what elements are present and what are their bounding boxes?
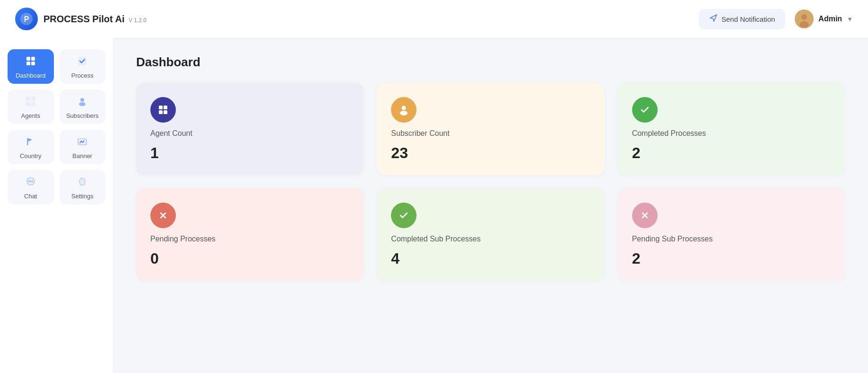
sidebar-item-process[interactable]: Process <box>60 49 106 84</box>
app-name: PROCESS Pilot Ai <box>43 14 125 24</box>
card-subscriber-count: Subscriber Count 23 <box>377 83 604 175</box>
svg-rect-26 <box>164 110 167 114</box>
agent-count-value: 1 <box>150 144 349 162</box>
header: P PROCESS Pilot Ai V 1.2.0 Send Notifica… <box>0 0 868 38</box>
completed-sub-processes-label: Completed Sub Processes <box>391 235 590 243</box>
banner-icon <box>77 136 87 150</box>
sidebar-item-dashboard[interactable]: Dashboard <box>8 49 54 84</box>
chevron-down-icon: ▼ <box>847 16 853 23</box>
card-agent-count: Agent Count 1 <box>136 83 364 175</box>
svg-point-21 <box>32 181 33 182</box>
pending-sub-processes-icon <box>632 203 658 228</box>
sidebar-item-country[interactable]: Country <box>8 130 54 164</box>
agent-count-icon <box>150 97 176 123</box>
svg-point-15 <box>79 102 86 106</box>
sidebar-item-settings[interactable]: Settings <box>60 170 106 204</box>
pending-sub-processes-label: Pending Sub Processes <box>632 235 831 243</box>
completed-processes-value: 2 <box>632 144 831 162</box>
svg-rect-7 <box>26 62 30 65</box>
sidebar-item-banner[interactable]: Banner <box>60 130 106 164</box>
pending-processes-value: 0 <box>150 250 349 267</box>
admin-name: Admin <box>818 15 842 23</box>
pending-sub-processes-value: 2 <box>632 250 831 267</box>
agents-icon <box>26 96 36 109</box>
logo-area: P PROCESS Pilot Ai V 1.2.0 <box>15 8 147 30</box>
card-pending-processes: Pending Processes 0 <box>136 188 364 281</box>
dashboard-icon <box>26 56 36 69</box>
sidebar-label-settings: Settings <box>71 193 94 200</box>
svg-point-3 <box>801 14 807 20</box>
completed-sub-processes-icon <box>391 203 417 228</box>
svg-rect-12 <box>26 102 30 106</box>
svg-rect-9 <box>78 57 87 65</box>
card-pending-sub-processes: Pending Sub Processes 2 <box>618 188 845 281</box>
header-right: Send Notification Admin ▼ <box>699 9 853 29</box>
sidebar-label-dashboard: Dashboard <box>16 72 46 79</box>
subscriber-count-icon <box>391 97 417 123</box>
app-version: V 1.2.0 <box>129 17 147 24</box>
sidebar-label-banner: Banner <box>72 152 92 160</box>
avatar <box>795 9 814 28</box>
main-content: Dashboard Agent Count 1 <box>113 38 868 373</box>
admin-menu[interactable]: Admin ▼ <box>795 9 853 28</box>
pending-processes-label: Pending Processes <box>150 235 349 243</box>
stats-cards-grid: Agent Count 1 Subscriber Count 23 <box>136 83 845 281</box>
sidebar-label-agents: Agents <box>21 112 40 119</box>
country-icon <box>26 136 36 150</box>
completed-sub-processes-value: 4 <box>391 250 590 267</box>
completed-processes-icon <box>632 97 658 123</box>
sidebar-label-country: Country <box>20 152 42 160</box>
subscriber-count-label: Subscriber Count <box>391 129 590 138</box>
svg-point-20 <box>30 181 31 182</box>
svg-rect-8 <box>31 62 35 65</box>
svg-rect-13 <box>31 102 35 106</box>
sidebar-item-subscribers[interactable]: Subscribers <box>60 89 106 124</box>
settings-icon <box>77 177 87 190</box>
process-icon <box>77 56 87 69</box>
main-layout: Dashboard Process Agents <box>0 38 868 373</box>
svg-rect-5 <box>26 57 30 61</box>
svg-rect-25 <box>159 110 163 114</box>
sidebar-item-chat[interactable]: Chat <box>8 170 54 204</box>
sidebar-label-chat: Chat <box>24 193 37 200</box>
chat-icon <box>26 177 36 190</box>
send-notification-button[interactable]: Send Notification <box>699 9 785 29</box>
subscribers-icon <box>77 96 87 109</box>
page-title: Dashboard <box>136 55 845 70</box>
logo-icon: P <box>15 8 38 30</box>
svg-text:P: P <box>24 15 29 23</box>
svg-rect-23 <box>159 106 163 109</box>
svg-point-27 <box>402 106 406 110</box>
card-completed-sub-processes: Completed Sub Processes 4 <box>377 188 604 281</box>
svg-rect-24 <box>164 106 167 109</box>
svg-point-28 <box>400 111 408 115</box>
agent-count-label: Agent Count <box>150 129 349 138</box>
svg-rect-6 <box>31 57 35 61</box>
sidebar: Dashboard Process Agents <box>0 38 113 373</box>
svg-rect-16 <box>27 138 28 145</box>
svg-rect-11 <box>31 97 35 101</box>
card-completed-processes: Completed Processes 2 <box>618 83 845 175</box>
svg-point-19 <box>28 181 29 182</box>
sidebar-item-agents[interactable]: Agents <box>8 89 54 124</box>
send-notification-label: Send Notification <box>721 15 775 23</box>
completed-processes-label: Completed Processes <box>632 129 831 138</box>
app-title: PROCESS Pilot Ai V 1.2.0 <box>43 14 147 25</box>
svg-point-14 <box>80 98 84 102</box>
pending-processes-icon <box>150 203 176 228</box>
sidebar-label-process: Process <box>71 72 94 79</box>
subscriber-count-value: 23 <box>391 144 590 162</box>
svg-rect-10 <box>26 97 30 101</box>
send-icon <box>709 14 718 25</box>
sidebar-label-subscribers: Subscribers <box>66 112 99 119</box>
